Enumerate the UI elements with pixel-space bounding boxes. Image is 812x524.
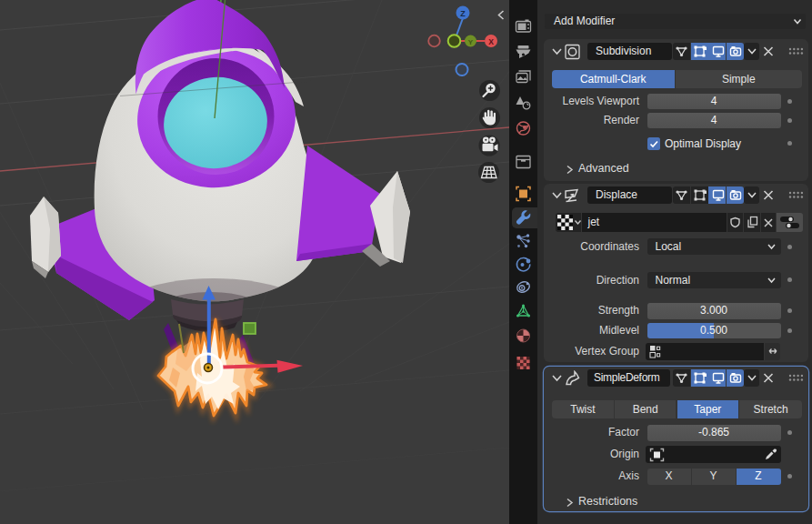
svg-text:Y: Y — [468, 38, 474, 46]
svg-text:X: X — [488, 37, 494, 46]
svg-text:Z: Z — [460, 9, 466, 18]
